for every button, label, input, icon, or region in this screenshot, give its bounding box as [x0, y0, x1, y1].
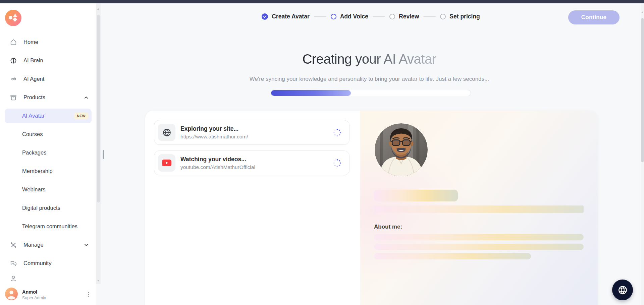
progress-bar-fill [271, 90, 351, 96]
sidebar-item-ai-agent[interactable]: AI Agent [0, 70, 96, 88]
step-upcoming-ring-icon [440, 14, 446, 19]
step-current-ring-icon [331, 14, 336, 19]
skeleton-bar [374, 234, 584, 240]
task-url: youtube.com/AtishMathurOfficial [180, 164, 255, 170]
sidebar-scrollbar[interactable] [96, 3, 101, 284]
top-accent-bar [0, 0, 644, 3]
sidebar-item-packages[interactable]: Packages [0, 143, 96, 162]
step-connector [373, 16, 385, 17]
scrollbar-down-arrow[interactable] [97, 280, 99, 282]
brain-icon [9, 57, 17, 64]
sidebar-item-label: Packages [22, 149, 46, 156]
scrollbar-thumb[interactable] [641, 18, 644, 162]
sidebar-item-label: Digital products [22, 205, 60, 211]
sidebar-item-label: AI Agent [23, 76, 44, 82]
avatar-creation-card: Exploring your site... https://www.atish… [145, 111, 598, 305]
step-label: Review [399, 13, 419, 20]
sidebar-item-label: Manage [23, 242, 44, 248]
sidebar-item-community[interactable]: Community [0, 254, 96, 272]
icon-tile [158, 124, 175, 141]
step-label: Create Avatar [272, 13, 310, 20]
user-avatar-icon [5, 288, 18, 300]
step-connector [423, 16, 436, 17]
chevron-up-icon [84, 95, 89, 100]
sidebar-item-label: AI Avatar [22, 113, 45, 119]
user-menu-kebab-icon[interactable] [87, 291, 91, 299]
step-create-avatar[interactable]: Create Avatar [262, 13, 310, 20]
step-review[interactable]: Review [389, 13, 419, 20]
sidebar-nav: Home AI Brain AI Agent Products [0, 33, 96, 284]
globe-icon [618, 285, 628, 295]
user-footer: Anmol Super Admin [0, 284, 96, 305]
about-me-label: About me: [374, 224, 402, 230]
scrollbar-thumb[interactable] [97, 15, 100, 202]
task-url: https://www.atishmathur.com/ [180, 134, 248, 140]
sidebar-item-ai-avatar[interactable]: AI Avatar NEW [5, 109, 92, 123]
avatar-preview-panel: About me: [360, 111, 598, 305]
user-role: Super Admin [22, 296, 46, 300]
sidebar-item-label: Community [23, 260, 51, 266]
step-upcoming-ring-icon [389, 14, 395, 19]
sidebar: Home AI Brain AI Agent Products [0, 3, 96, 305]
step-complete-check-icon [262, 13, 268, 20]
task-watching-videos: Watching your videos... youtube.com/Atis… [154, 150, 350, 175]
user-avatar[interactable] [5, 288, 18, 302]
icon-tile [158, 154, 175, 172]
skeleton-bar [374, 205, 584, 213]
youtube-icon [162, 160, 171, 166]
page-subtitle: We're syncing your knowledge and persona… [101, 76, 638, 82]
sidebar-item-partial[interactable] [0, 272, 96, 284]
sidebar-item-home[interactable]: Home [0, 33, 96, 51]
sidebar-item-digital-products[interactable]: Digital products [0, 199, 96, 217]
app-logo[interactable] [5, 10, 21, 26]
sidebar-item-label: Courses [22, 131, 43, 137]
tools-icon [9, 241, 17, 249]
skeleton-bar [374, 190, 458, 201]
sidebar-item-webinars[interactable]: Webinars [0, 180, 96, 199]
home-icon [9, 39, 17, 46]
sidebar-item-label: AI Brain [23, 57, 43, 64]
page-title: Creating your AI Avatar [101, 52, 638, 67]
sidebar-item-ai-brain[interactable]: AI Brain [0, 51, 96, 70]
chat-bubbles-icon [9, 260, 17, 267]
sidebar-item-label: Telegram communities [22, 223, 77, 230]
loading-spinner-icon [333, 128, 342, 137]
skeleton-bar [374, 253, 531, 259]
task-title: Exploring your site... [180, 125, 248, 132]
progress-bar [271, 90, 471, 96]
sidebar-item-courses[interactable]: Courses [0, 125, 96, 143]
person-icon [9, 275, 17, 282]
task-list: Exploring your site... https://www.atish… [154, 120, 350, 175]
task-exploring-site: Exploring your site... https://www.atish… [154, 120, 350, 145]
continue-button[interactable]: Continue [568, 10, 620, 24]
wizard-stepper: Create Avatar Add Voice Review Set prici… [101, 3, 641, 29]
sidebar-item-label: Home [23, 39, 38, 45]
avatar-photo [375, 123, 428, 176]
sidebar-item-label: Webinars [22, 186, 45, 193]
scrollbar-up-arrow[interactable] [641, 11, 643, 13]
user-name: Anmol [22, 289, 46, 295]
step-add-voice[interactable]: Add Voice [331, 13, 368, 20]
task-title: Watching your videos... [180, 156, 255, 163]
step-label: Set pricing [449, 13, 480, 20]
language-globe-fab[interactable] [612, 280, 633, 300]
avatar-portrait-illustration [375, 123, 428, 176]
archive-box-icon [9, 94, 17, 101]
sidebar-item-manage[interactable]: Manage [0, 236, 96, 254]
skeleton-bar [374, 244, 584, 250]
step-label: Add Voice [340, 13, 368, 20]
sidebar-item-membership[interactable]: Membership [0, 162, 96, 180]
sidebar-item-products[interactable]: Products [0, 88, 96, 107]
loading-spinner-icon [333, 159, 342, 168]
page-scrollbar[interactable] [641, 3, 644, 305]
step-connector [314, 16, 326, 17]
sidebar-resize-handle[interactable] [103, 150, 104, 159]
new-badge: NEW [74, 113, 88, 119]
logo-icon [5, 10, 21, 26]
sidebar-item-telegram-communities[interactable]: Telegram communities [0, 217, 96, 236]
step-set-pricing[interactable]: Set pricing [440, 13, 480, 20]
infinity-icon [9, 75, 17, 83]
scrollbar-up-arrow[interactable] [97, 8, 99, 10]
sidebar-item-label: Products [23, 94, 45, 101]
sidebar-item-label: Membership [22, 168, 53, 174]
